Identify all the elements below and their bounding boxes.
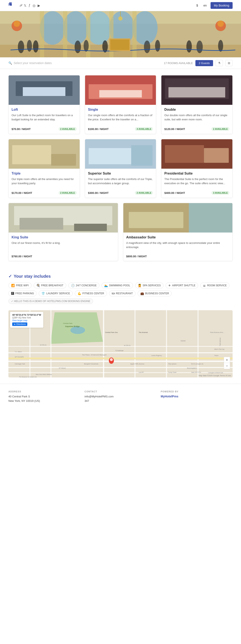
fitness-icon: 💪	[78, 292, 81, 295]
amenity-breakfast: 🍳 FREE BREAKFAST	[34, 282, 66, 288]
svg-rect-52	[204, 148, 229, 163]
pinterest-icon[interactable]: 𝒫	[19, 4, 22, 8]
map-zoom-out-button[interactable]: −	[224, 363, 230, 369]
double-title: Double	[164, 108, 230, 112]
youtube-icon[interactable]: ▶	[38, 4, 40, 8]
language-button[interactable]: en	[202, 3, 208, 8]
amenity-breakfast-label: FREE BREAKFAST	[41, 284, 64, 287]
svg-text:57 Street: 57 Street	[59, 367, 66, 369]
currency-button[interactable]: $	[194, 3, 200, 8]
svg-text:Loews Regency: Loews Regency	[151, 355, 162, 356]
footer-contact-label: CONTACT	[84, 390, 156, 393]
laundry-icon: 👕	[42, 292, 45, 295]
amenity-parking-label: FREE PARKING	[15, 292, 34, 295]
superior-price: $300.00 / NIGHT	[88, 191, 109, 194]
superior-card-body: Superior Suite The superior suite offers…	[85, 169, 156, 198]
amenity-concierge-label: 24/7 CONCIERGE	[76, 284, 97, 287]
map-directions-button[interactable]: ➤ Directions	[12, 322, 27, 326]
single-footer: $100.00 / NIGHT 4 AVAILABLE	[88, 127, 153, 131]
single-availability: 4 AVAILABLE	[135, 127, 153, 131]
hero-banner	[0, 11, 241, 57]
king-title: King Suite	[12, 236, 115, 239]
view-larger-map-link[interactable]: View larger map	[12, 319, 41, 322]
footer-contact-col: CONTACT info@MyHotelPMS.com 347	[84, 390, 156, 403]
double-desc: Our double room offers all the comforts …	[164, 113, 230, 124]
map-zoom-in-button[interactable]: +	[224, 357, 230, 363]
amenity-spa-label: SPA SERVICES	[143, 284, 161, 287]
rooms-grid: Loft Our Loft Suite is the pefect room f…	[8, 75, 232, 198]
ambassador-footer: $800.00 / NIGHT	[126, 255, 230, 258]
svg-rect-48	[89, 148, 131, 164]
svg-point-19	[74, 40, 81, 53]
svg-text:Tony's: Tony's	[214, 355, 218, 356]
svg-rect-71	[134, 310, 136, 378]
svg-text:The Arsenal: The Arsenal	[139, 332, 148, 333]
rooms-section: Loft Our Loft Suite is the pefect room f…	[0, 69, 241, 268]
triple-desc: Our triple room offers all the amenities…	[12, 177, 77, 188]
double-availability: 2 AVAILABLE	[211, 127, 230, 131]
map-zoom-controls: + −	[224, 357, 230, 369]
svg-rect-34	[110, 40, 129, 50]
king-price: $760.00 / NIGHT	[12, 255, 32, 258]
room-service-icon: 🛎	[203, 284, 206, 287]
search-input-wrapper[interactable]: 🔍 Select your reservation dates	[8, 61, 161, 65]
ambassador-desc: A magnificent view of the city, with eno…	[126, 241, 230, 252]
amenity-business: 💼 BUSINESS CENTER	[138, 290, 172, 296]
footer-powered-by-link[interactable]: MyHotelPms	[161, 395, 178, 398]
room-card-king: King Suite One of our finest rooms, it's…	[8, 203, 118, 261]
svg-rect-59	[128, 212, 183, 228]
footer-powered-col: POWERED BY MyHotelPms	[161, 390, 232, 403]
svg-text:Daniel: Daniel	[181, 340, 186, 342]
directions-label: Directions	[16, 323, 26, 325]
guests-button[interactable]: 2 Guests	[196, 60, 213, 66]
filter-button[interactable]: ⚗	[216, 60, 223, 66]
svg-text:5 Avenue: 5 Avenue	[116, 350, 123, 352]
amenity-restaurant: 🍽 RESTAURANT	[109, 290, 136, 296]
double-price: $120.00 / NIGHT	[164, 128, 185, 131]
single-desc: Our single room offers all the comforts …	[88, 113, 153, 124]
king-card-body: King Suite One of our finest rooms, it's…	[8, 232, 118, 261]
stay-includes-section: ✓ Your stay includes 📶 FREE WIFI 🍳 FREE …	[0, 268, 241, 310]
search-bar: 🔍 Select your reservation dates 17 ROOMS…	[0, 57, 241, 69]
room-card-loft: Loft Our Loft Suite is the pefect room f…	[8, 75, 80, 134]
svg-rect-69	[50, 310, 52, 378]
svg-rect-64	[8, 352, 232, 353]
social-icons: 𝒫 𝕏 ƒ ◎ ▶	[19, 4, 40, 8]
instagram-icon[interactable]: ◎	[32, 4, 36, 8]
twitter-icon[interactable]: 𝕏	[24, 4, 26, 8]
footer: ADDRESS 40 Central Park S New York, NY 1…	[0, 384, 241, 410]
svg-point-18	[33, 40, 38, 52]
footer-address-line2: New York, NY 10019 (US)	[8, 399, 80, 403]
svg-point-26	[218, 40, 223, 52]
loft-desc: Our Loft Suite is the pefect room for tr…	[12, 113, 77, 124]
amenity-shuttle-label: AIRPORT SHUTTLE	[172, 284, 196, 287]
room-card-single: Single Our single room offers all the co…	[85, 75, 156, 134]
rooms-available-count: 17 ROOMS AVAILABLE	[164, 62, 193, 65]
map-plus-code: Q28F+3Q New York	[12, 316, 41, 319]
triple-price: $170.00 / NIGHT	[12, 191, 32, 194]
svg-text:Alice's Tea Cup: Alice's Tea Cup	[214, 348, 224, 350]
wifi-icon: 📶	[11, 284, 15, 287]
map-background: 5 Avenue The Plaza · A Fairmont Managed …	[8, 310, 232, 378]
svg-point-16	[18, 40, 24, 53]
loft-availability: 2 AVAILABLE	[58, 127, 77, 131]
presidential-card-body: Presidential Suite The Presidential Suit…	[161, 169, 232, 198]
map-info-box: 40°45'54.8"N 73°58'32.0"W Q28F+3Q New Yo…	[10, 312, 43, 328]
presidential-desc: The Presidential Suite is the perfect ro…	[164, 177, 230, 188]
svg-text:Gapstow Bridge: Gapstow Bridge	[65, 325, 80, 328]
grid-view-button[interactable]: ⊞	[226, 60, 232, 66]
svg-text:Saks OFF 5TH: Saks OFF 5TH	[191, 372, 201, 373]
svg-text:Park Avenue Arm...: Park Avenue Arm...	[210, 332, 224, 333]
my-booking-button[interactable]: My Booking	[210, 2, 232, 9]
map-container[interactable]: 5 Avenue The Plaza · A Fairmont Managed …	[8, 310, 232, 378]
svg-text:Bloomingdale's: Bloomingdale's	[187, 367, 197, 369]
footer-powered-by-label: POWERED BY	[161, 390, 232, 393]
svg-text:The Museum of Modern Art: The Museum of Modern Art	[19, 376, 37, 378]
svg-rect-55	[20, 218, 63, 230]
svg-point-62	[70, 326, 85, 334]
svg-point-20	[84, 40, 89, 52]
header-left: 𝒫 𝕏 ƒ ◎ ▶	[8, 2, 40, 8]
svg-rect-37	[23, 87, 66, 96]
demo-notice-text: ✓ HELLO THIS IS A DEMO OF HOTELPMS.COM B…	[11, 300, 90, 303]
facebook-icon[interactable]: ƒ	[28, 4, 30, 8]
